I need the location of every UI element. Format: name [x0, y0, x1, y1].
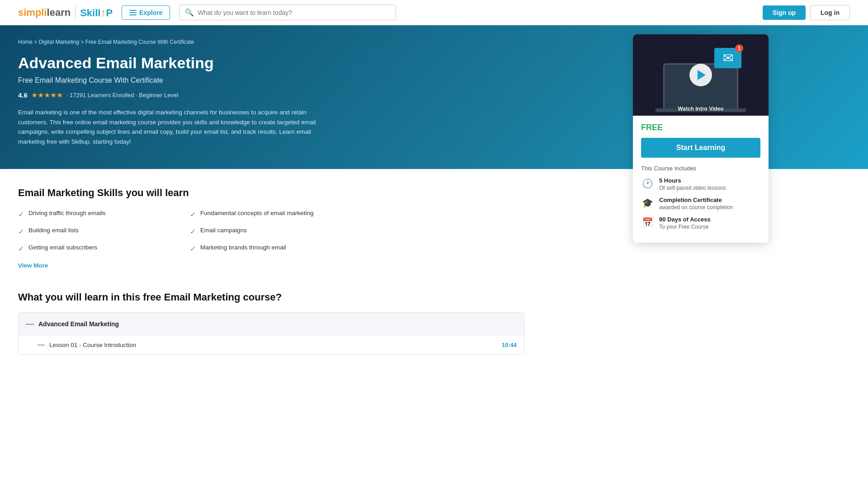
skills-section: Email Marketing Skills you will learn ✓ … — [18, 187, 524, 269]
course-card: 1 Watch Intro Video FREE Start Learning … — [633, 34, 769, 243]
search-icon: 🔍 — [185, 8, 194, 17]
check-icon-1: ✓ — [18, 210, 24, 219]
hero-description: Email marketing is one of the most effec… — [18, 108, 335, 146]
page-title: Advanced Email Marketing — [18, 54, 371, 72]
feature-hours-text: 5 Hours Of self-paced video lessons — [659, 177, 726, 191]
certificate-icon: 🎓 — [641, 197, 654, 209]
skill-text-5: Getting email subscribers — [28, 244, 97, 251]
hamburger-icon — [129, 10, 137, 15]
collapse-icon-1: — — [26, 319, 34, 328]
lesson-dash-icon: — — [38, 341, 45, 349]
learn-section: What you will learn in this free Email M… — [18, 291, 524, 355]
learners-count: · 17291 Learners Enrolled · Beginner Lev… — [66, 92, 178, 99]
breadcrumb-current: Free Email Marketing Course With Certifi… — [85, 39, 194, 45]
search-input[interactable] — [198, 9, 390, 16]
video-label: Watch Intro Video — [678, 106, 723, 112]
skill-text-3: Building email lists — [28, 227, 79, 234]
feature-hours: 🕐 5 Hours Of self-paced video lessons — [641, 177, 760, 191]
skill-text-6: Marketing brands through email — [200, 244, 286, 251]
course-price: FREE — [641, 123, 760, 132]
main-content: Email Marketing Skills you will learn ✓ … — [0, 169, 542, 386]
video-thumbnail[interactable]: 1 Watch Intro Video — [633, 34, 769, 116]
login-button[interactable]: Log in — [810, 5, 850, 20]
clock-icon: 🕐 — [641, 177, 654, 190]
rating-row: 4.6 ★★★★★ · 17291 Learners Enrolled · Be… — [18, 91, 371, 99]
explore-button[interactable]: Explore — [122, 5, 170, 20]
logo-skillup-text: Skill↑P — [80, 6, 113, 19]
feature-access-text: 90 Days of Access To your Free Course — [659, 216, 711, 230]
skillup-arrow-icon: ↑ — [100, 6, 106, 19]
feature-access: 📅 90 Days of Access To your Free Course — [641, 216, 760, 230]
check-icon-2: ✓ — [190, 210, 196, 219]
feature-certificate-text: Completion Certificate awarded on course… — [659, 197, 733, 211]
curriculum-header-1[interactable]: — Advanced Email Marketing — [19, 313, 524, 335]
skill-text-4: Email campaigns — [200, 227, 247, 234]
feature-certificate: 🎓 Completion Certificate awarded on cour… — [641, 197, 760, 211]
view-more-link[interactable]: View More — [18, 262, 48, 269]
check-icon-3: ✓ — [18, 227, 24, 236]
curriculum-title-1: Advanced Email Marketing — [38, 320, 119, 328]
skill-item-3: ✓ Building email lists — [18, 227, 163, 236]
hero-left: Advanced Email Marketing Free Email Mark… — [18, 54, 371, 146]
explore-label: Explore — [139, 9, 162, 16]
skill-item-2: ✓ Fundamental concepts of email marketin… — [190, 210, 335, 219]
lesson-left-1: — Lesson 01 - Course Introduction — [38, 341, 136, 349]
skill-item-6: ✓ Marketing brands through email — [190, 244, 335, 253]
curriculum-header-left-1: — Advanced Email Marketing — [26, 319, 119, 328]
logo: simplilearn Skill↑P — [18, 6, 113, 19]
logo-simplilearn: simplilearn — [18, 7, 71, 19]
card-body: FREE Start Learning This Course Includes… — [633, 116, 769, 243]
skill-text-1: Driving traffic through emails — [28, 210, 106, 216]
hero-subtitle: Free Email Marketing Course With Certifi… — [18, 76, 371, 84]
rating-number: 4.6 — [18, 91, 28, 99]
logo-divider — [75, 6, 75, 19]
check-icon-6: ✓ — [190, 244, 196, 253]
logo-simpli-text: simpli — [18, 7, 47, 18]
skill-item-1: ✓ Driving traffic through emails — [18, 210, 163, 219]
logo-learn-text: learn — [47, 7, 71, 18]
skills-section-title: Email Marketing Skills you will learn — [18, 187, 524, 199]
start-learning-button[interactable]: Start Learning — [641, 138, 760, 158]
lesson-name-1: Lesson 01 - Course Introduction — [49, 342, 136, 348]
skill-item-4: ✓ Email campaigns — [190, 227, 335, 236]
play-button[interactable] — [689, 64, 712, 86]
hero-section: Home > Digital Marketing > Free Email Ma… — [0, 25, 868, 169]
skill-text-2: Fundamental concepts of email marketing — [200, 210, 314, 216]
check-icon-5: ✓ — [18, 244, 24, 253]
skill-item-5: ✓ Getting email subscribers — [18, 244, 163, 253]
course-includes-title: This Course Includes — [641, 165, 760, 172]
curriculum-item-1: — Advanced Email Marketing — Lesson 01 -… — [18, 312, 524, 355]
learn-section-title: What you will learn in this free Email M… — [18, 291, 524, 303]
header-actions: Sign up Log in — [763, 5, 850, 20]
lesson-duration-1: 10:44 — [502, 342, 517, 348]
search-bar: 🔍 — [179, 5, 396, 20]
signup-button[interactable]: Sign up — [763, 5, 806, 20]
star-icons: ★★★★★ — [31, 91, 63, 99]
skills-grid: ✓ Driving traffic through emails ✓ Funda… — [18, 210, 335, 253]
breadcrumb-digital-marketing[interactable]: Digital Marketing — [39, 39, 79, 45]
lesson-row-1: — Lesson 01 - Course Introduction 10:44 — [19, 335, 524, 354]
hero-content: Advanced Email Marketing Free Email Mark… — [18, 54, 850, 146]
breadcrumb-home[interactable]: Home — [18, 39, 33, 45]
calendar-icon: 📅 — [641, 216, 654, 229]
email-badge: 1 — [735, 44, 743, 52]
check-icon-4: ✓ — [190, 227, 196, 236]
header: simplilearn Skill↑P Explore 🔍 Sign up Lo… — [0, 0, 868, 25]
